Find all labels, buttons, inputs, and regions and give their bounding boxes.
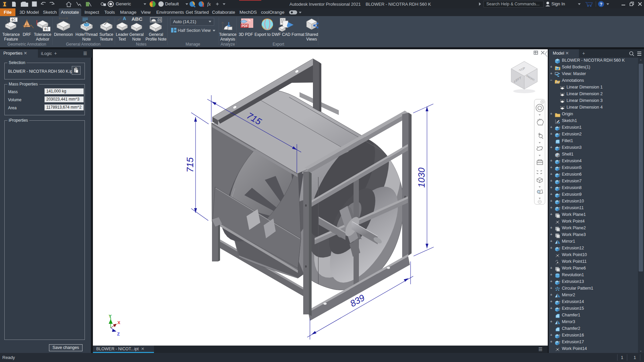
svg-text:⊕1: ⊕1 xyxy=(11,18,16,21)
svg-text:Search Help & Commands...: Search Help & Commands... xyxy=(486,2,539,6)
svg-text:Y: Y xyxy=(109,314,112,319)
svg-text:PDF: PDF xyxy=(241,24,248,28)
svg-text:Half Section View: Half Section View xyxy=(178,28,211,33)
svg-text:1030: 1030 xyxy=(417,168,427,188)
svg-text:Sign In: Sign In xyxy=(551,1,565,6)
svg-text:715: 715 xyxy=(185,157,195,172)
svg-text:A: A xyxy=(123,16,126,21)
svg-text:ABC: ABC xyxy=(131,16,143,22)
svg-text:fx: fx xyxy=(207,2,211,7)
svg-text:Z: Z xyxy=(117,331,120,337)
svg-text:X: X xyxy=(117,320,120,325)
svg-text:.01: .01 xyxy=(157,18,161,22)
svg-text:⊕1: ⊕1 xyxy=(44,27,49,31)
svg-text:Generic: Generic xyxy=(116,1,131,6)
svg-text:Auto (14,21): Auto (14,21) xyxy=(173,19,196,24)
svg-text:Default: Default xyxy=(165,1,179,6)
svg-text:?: ? xyxy=(600,2,602,7)
